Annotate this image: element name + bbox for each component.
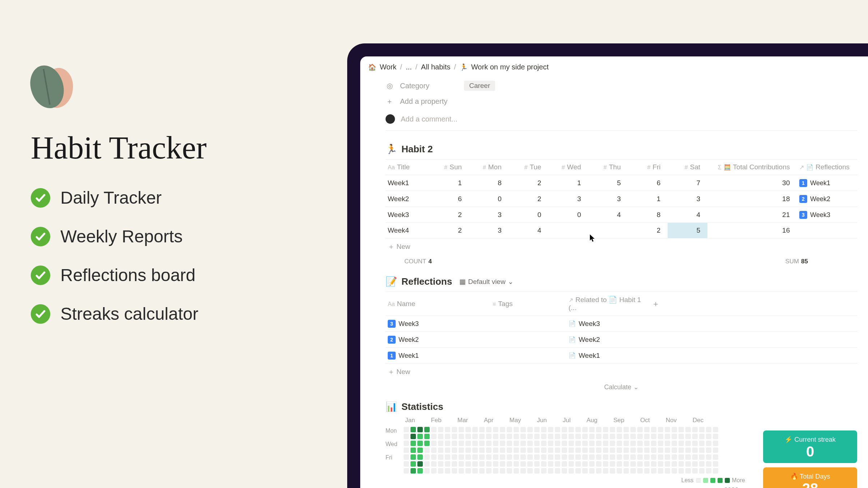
add-column-button[interactable]: ＋ <box>650 292 857 316</box>
heatmap-cell[interactable] <box>644 447 650 453</box>
heatmap-cell[interactable] <box>555 454 560 460</box>
heatmap-cell[interactable] <box>617 434 622 439</box>
heatmap-cell[interactable] <box>431 427 437 432</box>
table-row[interactable]: 2Week2📄Week2 <box>386 332 857 348</box>
heatmap-cell[interactable] <box>569 434 574 439</box>
heatmap-cell[interactable] <box>610 461 615 467</box>
heatmap-cell[interactable] <box>493 427 498 432</box>
heatmap-cell[interactable] <box>637 427 643 432</box>
heatmap-cell[interactable] <box>610 441 615 446</box>
heatmap-cell[interactable] <box>527 447 533 453</box>
heatmap-cell[interactable] <box>410 454 416 460</box>
heatmap-cell[interactable] <box>562 434 567 439</box>
heatmap-cell[interactable] <box>699 427 705 432</box>
heatmap-cell[interactable] <box>452 427 457 432</box>
heatmap-cell[interactable] <box>465 468 471 474</box>
heatmap-cell[interactable] <box>692 427 698 432</box>
heatmap-cell[interactable] <box>500 441 505 446</box>
heatmap-cell[interactable] <box>603 461 608 467</box>
heatmap-cell[interactable] <box>424 454 430 460</box>
heatmap-cell[interactable] <box>699 441 705 446</box>
heatmap-cell[interactable] <box>514 427 519 432</box>
heatmap-cell[interactable] <box>431 468 437 474</box>
heatmap-cell[interactable] <box>637 461 643 467</box>
heatmap-cell[interactable] <box>445 454 450 460</box>
heatmap-cell[interactable] <box>459 447 464 453</box>
heatmap-cell[interactable] <box>507 454 512 460</box>
heatmap-cell[interactable] <box>575 461 581 467</box>
heatmap-cell[interactable] <box>678 461 684 467</box>
heatmap-cell[interactable] <box>527 454 533 460</box>
heatmap-cell[interactable] <box>493 447 498 453</box>
property-category[interactable]: ◎ Category Career <box>386 78 857 94</box>
heatmap-cell[interactable] <box>514 441 519 446</box>
heatmap-cell[interactable] <box>431 447 437 453</box>
heatmap-cell[interactable] <box>575 441 581 446</box>
table-row[interactable]: Week32300484213Week3 <box>386 207 857 223</box>
heatmap-cell[interactable] <box>479 441 485 446</box>
heatmap-cell[interactable] <box>438 447 443 453</box>
category-tag[interactable]: Career <box>464 81 495 91</box>
heatmap-cell[interactable] <box>610 434 615 439</box>
heatmap-cell[interactable] <box>410 434 416 439</box>
heatmap-cell[interactable] <box>630 461 636 467</box>
heatmap-cell[interactable] <box>548 434 553 439</box>
heatmap-cell[interactable] <box>445 427 450 432</box>
heatmap-cell[interactable] <box>520 454 526 460</box>
heatmap-cell[interactable] <box>658 461 663 467</box>
heatmap-cell[interactable] <box>665 447 670 453</box>
heatmap-cell[interactable] <box>527 427 533 432</box>
heatmap-cell[interactable] <box>555 441 560 446</box>
heatmap-cell[interactable] <box>527 441 533 446</box>
heatmap-cell[interactable] <box>630 427 636 432</box>
heatmap-cell[interactable] <box>410 461 416 467</box>
heatmap-cell[interactable] <box>417 441 423 446</box>
heatmap-cell[interactable] <box>596 434 601 439</box>
heatmap-cell[interactable] <box>644 441 650 446</box>
heatmap-cell[interactable] <box>651 427 656 432</box>
heatmap-cell[interactable] <box>417 447 423 453</box>
heatmap-cell[interactable] <box>575 447 581 453</box>
heatmap-cell[interactable] <box>658 447 663 453</box>
heatmap-cell[interactable] <box>534 427 540 432</box>
heatmap-cell[interactable] <box>520 461 526 467</box>
heatmap-cell[interactable] <box>644 468 650 474</box>
crumb-root[interactable]: Work <box>380 63 396 71</box>
heatmap-cell[interactable] <box>404 468 409 474</box>
heatmap-cell[interactable] <box>555 427 560 432</box>
heatmap-cell[interactable] <box>534 461 540 467</box>
heatmap-cell[interactable] <box>575 454 581 460</box>
heatmap-cell[interactable] <box>493 461 498 467</box>
heatmap-cell[interactable] <box>424 434 430 439</box>
heatmap-cell[interactable] <box>507 468 512 474</box>
heatmap-cell[interactable] <box>644 461 650 467</box>
heatmap-cell[interactable] <box>589 454 595 460</box>
heatmap-cell[interactable] <box>672 454 677 460</box>
heatmap-cell[interactable] <box>431 454 437 460</box>
heatmap-cell[interactable] <box>493 468 498 474</box>
heatmap-cell[interactable] <box>685 434 691 439</box>
heatmap-cell[interactable] <box>452 447 457 453</box>
heatmap-cell[interactable] <box>465 447 471 453</box>
heatmap-cell[interactable] <box>548 441 553 446</box>
heatmap-cell[interactable] <box>624 454 629 460</box>
heatmap-cell[interactable] <box>514 434 519 439</box>
heatmap-cell[interactable] <box>534 468 540 474</box>
heatmap-cell[interactable] <box>617 461 622 467</box>
heatmap-cell[interactable] <box>431 461 437 467</box>
heatmap-cell[interactable] <box>630 468 636 474</box>
heatmap-cell[interactable] <box>431 434 437 439</box>
heatmap-cell[interactable] <box>699 461 705 467</box>
heatmap-cell[interactable] <box>438 454 443 460</box>
heatmap-cell[interactable] <box>465 461 471 467</box>
heatmap-cell[interactable] <box>410 468 416 474</box>
heatmap-cell[interactable] <box>672 447 677 453</box>
heatmap-cell[interactable] <box>658 454 663 460</box>
heatmap-cell[interactable] <box>678 441 684 446</box>
heatmap-cell[interactable] <box>493 454 498 460</box>
heatmap-cell[interactable] <box>541 461 546 467</box>
heatmap-cell[interactable] <box>472 441 478 446</box>
heatmap-cell[interactable] <box>417 434 423 439</box>
heatmap-cell[interactable] <box>582 447 588 453</box>
heatmap-cell[interactable] <box>479 461 485 467</box>
